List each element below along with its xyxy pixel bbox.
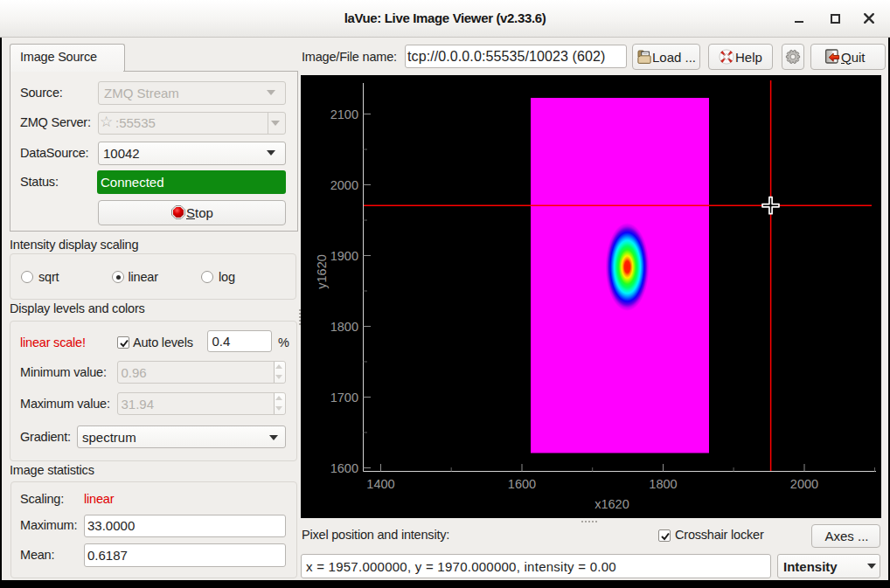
svg-text:2000: 2000 xyxy=(330,178,358,192)
svg-text:1900: 1900 xyxy=(330,249,358,263)
svg-text:1700: 1700 xyxy=(330,391,358,405)
svg-text:y1620: y1620 xyxy=(315,254,329,289)
svg-text:x1620: x1620 xyxy=(594,497,629,511)
svg-text:1800: 1800 xyxy=(649,477,677,491)
svg-text:2000: 2000 xyxy=(790,477,818,491)
svg-text:1600: 1600 xyxy=(508,477,536,491)
svg-text:1400: 1400 xyxy=(366,477,394,491)
svg-text:1600: 1600 xyxy=(330,461,358,475)
svg-text:2100: 2100 xyxy=(330,107,358,121)
svg-text:1800: 1800 xyxy=(330,320,358,334)
